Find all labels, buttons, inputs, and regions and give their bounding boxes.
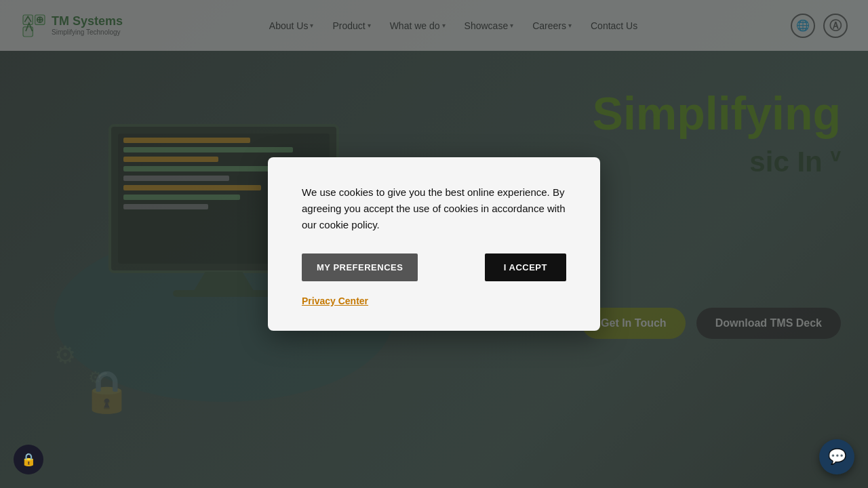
privacy-center-link[interactable]: Privacy Center <box>302 296 368 306</box>
shield-button[interactable]: 🔒 <box>14 445 43 474</box>
chat-button[interactable]: 💬 <box>819 439 854 474</box>
accept-button[interactable]: I ACCEPT <box>485 253 566 281</box>
shield-icon: 🔒 <box>21 452 36 467</box>
chat-icon: 💬 <box>828 448 846 466</box>
cookie-body-text: We use cookies to give you the best onli… <box>302 184 566 233</box>
cookie-buttons: MY PREFERENCES I ACCEPT <box>302 253 566 281</box>
my-preferences-button[interactable]: MY PREFERENCES <box>302 253 418 281</box>
cookie-modal: We use cookies to give you the best onli… <box>268 157 600 331</box>
